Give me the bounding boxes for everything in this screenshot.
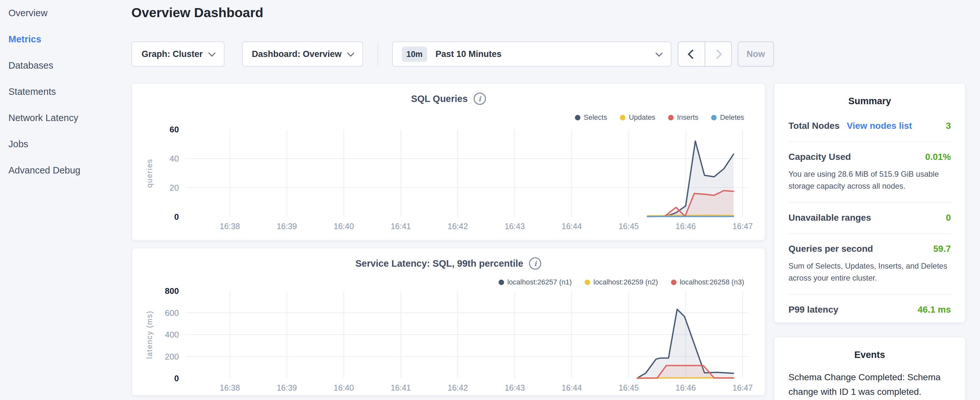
svg-text:16:38: 16:38 <box>220 383 240 392</box>
chevron-down-icon <box>208 49 215 57</box>
svg-text:16:46: 16:46 <box>676 222 696 231</box>
event-message: Schema Change Completed: Schema change w… <box>789 370 951 399</box>
svg-text:16:41: 16:41 <box>390 383 411 392</box>
sidebar: OverviewMetricsDatabasesStatementsNetwor… <box>0 0 123 183</box>
svg-text:16:42: 16:42 <box>448 383 468 392</box>
svg-text:16:47: 16:47 <box>732 222 753 231</box>
time-pager <box>678 41 732 67</box>
p99-latency-value: 46.1 ms <box>918 304 951 315</box>
info-icon[interactable]: i <box>474 92 486 105</box>
svg-text:400: 400 <box>165 330 179 339</box>
svg-text:16:43: 16:43 <box>505 222 525 231</box>
capacity-used-value: 0.01% <box>925 152 951 162</box>
chart-legend: SelectsUpdatesInsertsDeletes <box>575 113 744 122</box>
total-nodes-value: 3 <box>946 121 951 131</box>
service-latency-chart-plot[interactable]: 16:3816:3916:4016:4116:4216:4316:4416:45… <box>135 288 760 395</box>
total-nodes-label: Total Nodes <box>789 121 840 131</box>
p99-latency-label: P99 latency <box>789 304 838 315</box>
sidebar-item-databases[interactable]: Databases <box>0 53 123 79</box>
time-range-badge: 10m <box>402 46 427 62</box>
summary-row-unavailable-ranges: Unavailable ranges 0 <box>789 202 951 233</box>
svg-text:16:38: 16:38 <box>220 222 240 231</box>
legend-item: localhost:26258 (n3) <box>671 278 744 287</box>
svg-text:600: 600 <box>165 308 179 318</box>
sidebar-item-metrics[interactable]: Metrics <box>0 26 123 53</box>
qps-label: Queries per second <box>789 244 873 254</box>
sidebar-item-advanced-debug[interactable]: Advanced Debug <box>0 157 123 183</box>
prev-interval-button[interactable] <box>678 42 705 66</box>
capacity-used-subtext: You are using 28.6 MiB of 515.9 GiB usab… <box>789 168 951 192</box>
svg-text:800: 800 <box>165 288 179 296</box>
events-panel: Events Schema Change Completed: Schema c… <box>773 336 966 400</box>
now-button-label: Now <box>747 49 765 59</box>
summary-row-capacity: Capacity Used 0.01% You are using 28.6 M… <box>789 142 951 202</box>
svg-text:16:45: 16:45 <box>619 222 639 231</box>
legend-item: Updates <box>620 113 655 122</box>
sidebar-item-jobs[interactable]: Jobs <box>0 131 123 157</box>
time-range-label: Past 10 Minutes <box>436 49 501 59</box>
svg-text:16:39: 16:39 <box>277 383 297 392</box>
y-axis-label: queries <box>145 159 154 187</box>
legend-item: Deletes <box>711 113 744 122</box>
sidebar-item-network-latency[interactable]: Network Latency <box>0 105 123 131</box>
summary-row-qps: Queries per second 59.7 Sum of Selects, … <box>789 233 951 294</box>
summary-row-p99-latency: P99 latency 46.1 ms <box>789 294 951 325</box>
legend-dot <box>575 115 581 120</box>
sidebar-item-overview[interactable]: Overview <box>0 0 123 26</box>
summary-row-total-nodes: Total Nodes View nodes list 3 <box>789 111 951 142</box>
y-axis-label: latency (ms) <box>145 310 154 359</box>
summary-title: Summary <box>774 96 965 107</box>
svg-text:16:40: 16:40 <box>334 383 354 392</box>
svg-text:16:47: 16:47 <box>732 383 753 392</box>
info-icon[interactable]: i <box>529 257 541 269</box>
now-button[interactable]: Now <box>738 41 774 67</box>
graph-dropdown[interactable]: Graph: Cluster <box>131 41 224 67</box>
graph-dropdown-label: Graph: Cluster <box>142 49 202 59</box>
time-range-picker[interactable]: 10m Past 10 Minutes <box>392 41 671 67</box>
events-title: Events <box>774 349 965 360</box>
svg-text:200: 200 <box>165 352 179 362</box>
qps-subtext: Sum of Selects, Updates, Inserts, and De… <box>789 260 951 284</box>
qps-value: 59.7 <box>934 244 951 254</box>
summary-panel: Summary Total Nodes View nodes list 3 Ca… <box>773 83 966 323</box>
page-title: Overview Dashboard <box>131 5 263 21</box>
legend-dot <box>671 280 676 285</box>
chart-svg: 16:3816:3916:4016:4116:4216:4316:4416:45… <box>135 126 760 233</box>
legend-dot <box>711 115 717 120</box>
svg-text:16:39: 16:39 <box>277 222 297 231</box>
sidebar-item-statements[interactable]: Statements <box>0 79 123 105</box>
chart-title: Service Latency: SQL, 99th percentile <box>356 258 523 269</box>
unavailable-ranges-label: Unavailable ranges <box>789 213 871 223</box>
svg-text:16:42: 16:42 <box>448 222 468 231</box>
chevron-left-icon <box>687 49 697 59</box>
svg-text:16:44: 16:44 <box>562 383 582 392</box>
sql-queries-chart-plot[interactable]: 16:3816:3916:4016:4116:4216:4316:4416:45… <box>135 126 760 233</box>
svg-text:60: 60 <box>170 126 179 134</box>
dashboard-dropdown-label: Dashboard: Overview <box>252 49 342 59</box>
unavailable-ranges-value: 0 <box>946 213 951 223</box>
chevron-down-icon <box>347 49 354 57</box>
svg-text:16:40: 16:40 <box>334 222 354 231</box>
svg-text:16:44: 16:44 <box>562 222 582 231</box>
svg-text:16:46: 16:46 <box>676 383 696 392</box>
svg-text:40: 40 <box>170 154 179 163</box>
service-latency-chart-card: Service Latency: SQL, 99th percentile i … <box>131 247 765 396</box>
sql-queries-chart-card: SQL Queries i SelectsUpdatesInsertsDelet… <box>131 83 765 241</box>
svg-text:20: 20 <box>170 183 179 193</box>
view-nodes-list-link[interactable]: View nodes list <box>847 121 912 131</box>
dashboard-dropdown[interactable]: Dashboard: Overview <box>242 41 363 67</box>
svg-text:16:41: 16:41 <box>390 222 411 231</box>
legend-dot <box>620 115 625 120</box>
chart-legend: localhost:26257 (n1)localhost:26259 (n2)… <box>499 278 744 287</box>
svg-text:16:45: 16:45 <box>619 383 639 392</box>
legend-dot <box>668 115 674 120</box>
capacity-used-label: Capacity Used <box>789 152 851 162</box>
svg-text:16:43: 16:43 <box>505 383 525 392</box>
chart-title: SQL Queries <box>411 94 468 104</box>
legend-item: localhost:26259 (n2) <box>585 278 658 287</box>
next-interval-button[interactable] <box>705 42 732 66</box>
chart-svg: 16:3816:3916:4016:4116:4216:4316:4416:45… <box>135 288 760 395</box>
chevron-down-icon <box>655 49 663 57</box>
legend-dot <box>585 280 590 285</box>
legend-item: localhost:26257 (n1) <box>499 278 572 287</box>
